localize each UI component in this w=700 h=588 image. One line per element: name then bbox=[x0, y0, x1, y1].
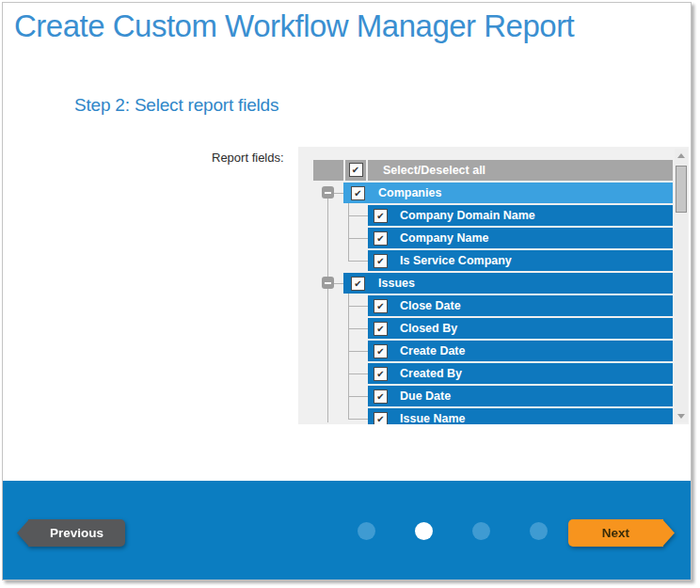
tree-row-company-name[interactable]: ✔Company Name bbox=[368, 228, 673, 248]
page-title: Create Custom Workflow Manager Report bbox=[14, 8, 574, 44]
wizard-footer: Previous Next bbox=[3, 481, 691, 580]
tree-branch-line bbox=[348, 294, 349, 419]
tree-row-close-date[interactable]: ✔Close Date bbox=[368, 295, 673, 316]
tree-row-label: Issue Name bbox=[400, 412, 465, 424]
tree-row-label: Closed By bbox=[400, 322, 457, 335]
row-checkbox[interactable]: ✔ bbox=[374, 389, 388, 404]
tree-row-label: Companies bbox=[378, 186, 441, 199]
row-checkbox[interactable]: ✔ bbox=[351, 186, 365, 200]
tree-connector-line bbox=[334, 193, 343, 194]
row-checkbox[interactable]: ✔ bbox=[374, 412, 388, 425]
collapse-button[interactable] bbox=[322, 277, 334, 289]
row-checkbox[interactable]: ✔ bbox=[374, 367, 388, 381]
tree-row-issues[interactable]: ✔Issues bbox=[343, 273, 673, 294]
tree-row-company-domain-name[interactable]: ✔Company Domain Name bbox=[368, 205, 673, 226]
scrollbar-thumb[interactable] bbox=[676, 166, 687, 213]
tree-connector-line bbox=[348, 373, 368, 374]
tree-row-companies[interactable]: ✔Companies bbox=[343, 183, 673, 203]
tree-connector-line bbox=[348, 396, 368, 397]
tree-connector-line bbox=[348, 351, 368, 352]
tree-row-label: Company Domain Name bbox=[400, 209, 535, 222]
scroll-up-icon bbox=[677, 153, 685, 158]
row-checkbox[interactable]: ✔ bbox=[374, 209, 388, 223]
select-all-checkbox[interactable]: ✔ bbox=[349, 163, 363, 177]
step-indicator bbox=[358, 522, 548, 540]
collapse-button[interactable] bbox=[322, 186, 334, 199]
tree-row-label: Created By bbox=[400, 367, 462, 380]
step-dot-3 bbox=[472, 522, 490, 540]
tree-row-created-by[interactable]: ✔Created By bbox=[368, 363, 673, 384]
tree-branch-line bbox=[348, 203, 349, 261]
tree-root-line bbox=[327, 193, 328, 422]
tree-row-label: Close Date bbox=[400, 299, 461, 312]
row-checkbox[interactable]: ✔ bbox=[351, 277, 365, 291]
previous-arrow-icon bbox=[17, 519, 29, 547]
wizard-window: Create Custom Workflow Manager Report St… bbox=[2, 2, 692, 580]
tree-connector-line bbox=[348, 419, 368, 420]
tree-row-due-date[interactable]: ✔Due Date bbox=[368, 386, 673, 406]
row-checkbox[interactable]: ✔ bbox=[374, 299, 388, 313]
tree-connector-line bbox=[348, 306, 368, 307]
previous-button[interactable]: Previous bbox=[17, 519, 125, 547]
row-checkbox[interactable]: ✔ bbox=[374, 231, 388, 246]
tree-connector-line bbox=[348, 328, 368, 329]
tree-row-label: Create Date bbox=[400, 344, 465, 358]
tree-row-closed-by[interactable]: ✔Closed By bbox=[368, 318, 673, 339]
tree-header-spacer-cell bbox=[313, 160, 343, 181]
scrollbar-track[interactable] bbox=[675, 149, 688, 422]
tree-connector-line bbox=[334, 283, 343, 284]
step-dot-4 bbox=[530, 522, 548, 540]
tree-row-label: Issues bbox=[378, 277, 415, 290]
row-checkbox[interactable]: ✔ bbox=[374, 344, 388, 358]
next-arrow-icon bbox=[662, 519, 675, 547]
scrollbar-down-button[interactable] bbox=[675, 409, 688, 422]
report-fields-tree-panel: ✔Select/Deselect all✔Companies✔Company D… bbox=[298, 147, 689, 424]
tree-row-create-date[interactable]: ✔Create Date bbox=[368, 341, 673, 361]
scroll-down-icon bbox=[677, 414, 685, 419]
previous-button-label: Previous bbox=[28, 519, 125, 547]
tree-row-label: Is Service Company bbox=[400, 254, 512, 267]
tree-row-label: Due Date bbox=[400, 389, 451, 403]
scrollbar-up-button[interactable] bbox=[675, 149, 688, 162]
row-checkbox[interactable]: ✔ bbox=[374, 254, 388, 268]
select-all-cell[interactable]: ✔ bbox=[345, 160, 366, 181]
tree-connector-line bbox=[348, 215, 368, 216]
tree-connector-line bbox=[348, 238, 368, 239]
step-dot-1 bbox=[358, 522, 375, 540]
row-checkbox[interactable]: ✔ bbox=[374, 322, 388, 336]
step-heading: Step 2: Select report fields bbox=[74, 95, 278, 116]
tree-row-label: Company Name bbox=[400, 231, 488, 245]
tree-row-is-service-company[interactable]: ✔Is Service Company bbox=[368, 250, 673, 271]
tree-connector-line bbox=[348, 261, 368, 262]
next-button-label: Next bbox=[568, 519, 663, 547]
select-all-label: Select/Deselect all bbox=[368, 160, 673, 181]
tree-row-issue-name[interactable]: ✔Issue Name bbox=[368, 408, 673, 424]
next-button[interactable]: Next bbox=[568, 519, 675, 547]
report-fields-label: Report fields: bbox=[212, 151, 284, 165]
step-dot-2 bbox=[415, 522, 433, 540]
